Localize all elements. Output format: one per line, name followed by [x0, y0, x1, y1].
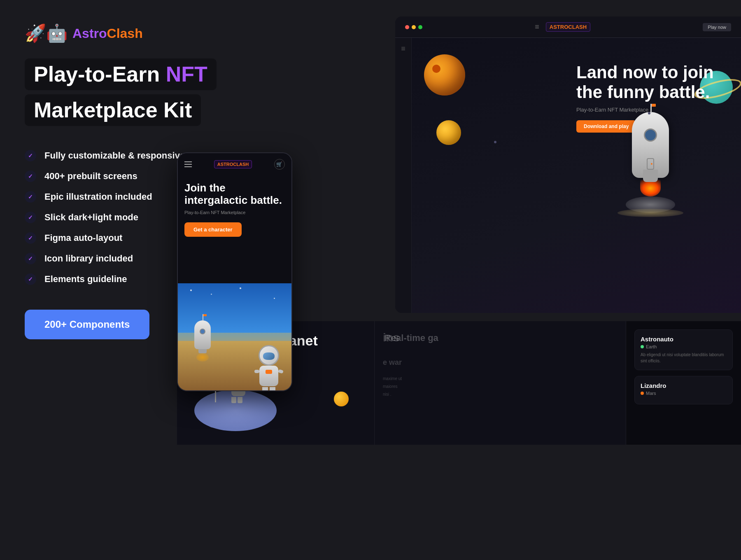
cta-button[interactable]: 200+ Components — [25, 310, 149, 339]
mobile-hero-title: Join the intergalactic battle. — [184, 182, 285, 207]
title-line-1: Play-to-Earn NFT — [25, 58, 217, 90]
rocket-wings — [626, 170, 675, 182]
location-dot-2 — [641, 392, 644, 395]
overflow-line-2: maiores — [383, 383, 402, 390]
rocket-button — [651, 163, 652, 165]
feature-text-2: 400+ prebuilt screens — [44, 171, 137, 182]
feature-text-4: Slick dark+light mode — [44, 212, 138, 223]
window-dots — [405, 25, 422, 29]
dot-green-window — [418, 25, 422, 29]
astro-leg-right — [270, 387, 275, 390]
feature-text-7: Elements guideline — [44, 274, 127, 285]
user-cards-block: Astronauto Earth Ab eligendi ut nisi vol… — [626, 321, 741, 445]
dot-red — [405, 25, 409, 29]
check-icon-1: ✓ — [25, 150, 36, 161]
rocket-window — [644, 128, 657, 142]
overflow-text: maxime ut maiores nisi . — [383, 375, 402, 398]
mini-flames — [196, 353, 209, 362]
standing-leg-r — [238, 397, 242, 403]
user-card-2: Lizandro Mars — [634, 376, 733, 404]
desktop-content: ≡ Land now to join the funny battle. Pla… — [395, 38, 741, 313]
hero-title-line1: Play-to-Earn NFT — [34, 63, 207, 86]
realtime-title: Real-time ga — [384, 333, 616, 343]
rocket-body — [632, 112, 669, 178]
mobile-cta-button[interactable]: Get a character — [184, 222, 242, 237]
planet-yellow — [436, 120, 461, 145]
astro-body — [259, 366, 278, 386]
title-block: Play-to-Earn NFT Marketplace Kit — [25, 58, 255, 130]
realtime-block: Real-time ga ins e war maxime ut maiores… — [375, 321, 626, 445]
mobile-image-section — [178, 283, 291, 390]
mobile-menu-icon[interactable] — [184, 161, 192, 167]
user-name-1: Astronauto — [641, 336, 727, 343]
planet-orange — [424, 54, 465, 96]
check-icon-2: ✓ — [25, 170, 36, 182]
mini-rocket-window — [200, 329, 205, 334]
user-desc-1: Ab eligendi ut nisi voluptate blanditiis… — [641, 352, 727, 364]
rocket-wing-right — [650, 170, 658, 182]
user-location-1: Earth — [641, 344, 727, 349]
location-dot-1 — [641, 345, 644, 348]
logo-icon: 🚀🤖 — [25, 25, 68, 42]
hero-nft: NFT — [166, 62, 207, 86]
logo-area: 🚀🤖 AstroClash — [25, 25, 255, 42]
user-name-2: Lizandro — [641, 382, 727, 389]
rocket-flames — [640, 180, 661, 196]
deco-dot-2 — [494, 141, 496, 143]
war-text: e war — [383, 358, 402, 367]
mini-flag-pole — [203, 314, 203, 321]
standing-legs — [231, 397, 246, 403]
check-icon-4: ✓ — [25, 212, 36, 223]
feature-text-6: Icon library included — [44, 253, 133, 264]
desktop-sidebar: ≡ — [395, 38, 412, 313]
feature-text-1: Fully customizable & responsive — [44, 150, 185, 161]
check-icon-6: ✓ — [25, 253, 36, 264]
standing-leg-l — [231, 397, 236, 403]
rocket-3d-illustration — [609, 112, 692, 219]
mobile-mockup: ASTROCLASH 🛒 Join the intergalactic batt… — [177, 152, 292, 391]
overflow-line-3: nisi . — [383, 390, 402, 398]
desktop-mockup: ≡ ASTROCLASH Play now ≡ Land now to join… — [395, 16, 741, 313]
user-location-text-1: Earth — [646, 344, 657, 349]
star-3 — [240, 287, 241, 289]
dot-yellow — [412, 25, 416, 29]
user-location-text-2: Mars — [646, 391, 656, 396]
mobile-header: ASTROCLASH 🛒 — [178, 153, 291, 175]
wins-text: ins — [383, 331, 399, 344]
rocket-flag-pole — [650, 104, 652, 113]
hamburger-line-1 — [184, 161, 192, 162]
hamburger-line-2 — [184, 164, 192, 165]
astro-visor — [263, 352, 275, 360]
rocket-ground — [618, 209, 683, 217]
mini-flag — [203, 314, 207, 316]
desktop-hero-title: Land now to join the funny battle. — [576, 63, 716, 103]
logo-clash: Clash — [107, 26, 143, 41]
desktop-main: Land now to join the funny battle. Play-… — [412, 38, 741, 313]
desktop-play-button[interactable]: Play now — [703, 23, 731, 31]
sidebar-menu-icon: ≡ — [401, 44, 405, 53]
rocket-flag — [652, 104, 656, 107]
logo-astro: Astro — [72, 26, 107, 41]
mobile-hero-sub: Play-to-Earn NFT Marketplace — [184, 210, 285, 215]
star-4 — [274, 298, 275, 299]
check-icon-5: ✓ — [25, 232, 36, 244]
desktop-nav-logo: ASTROCLASH — [546, 22, 590, 32]
overflow-line-1: maxime ut — [383, 375, 402, 383]
astro-legs — [254, 387, 283, 390]
logo-text: AstroClash — [72, 26, 143, 41]
user-card-1: Astronauto Earth Ab eligendi ut nisi vol… — [634, 329, 733, 370]
astro-leg-left — [262, 387, 268, 390]
astro-helmet — [259, 345, 279, 366]
mini-rocket-container — [186, 320, 219, 366]
astro-suit-detail — [266, 370, 272, 374]
deco-dot-1 — [648, 112, 650, 114]
mobile-logo: ASTROCLASH — [214, 160, 252, 168]
gold-orb — [334, 392, 349, 406]
user-location-2: Mars — [641, 391, 727, 396]
mini-rocket-body — [194, 320, 211, 349]
astro-arm-left — [254, 370, 259, 373]
mobile-cart-icon[interactable]: 🛒 — [274, 159, 285, 170]
star-2 — [211, 294, 212, 295]
title-line-2: Marketplace Kit — [25, 94, 201, 126]
check-icon-7: ✓ — [25, 273, 36, 285]
